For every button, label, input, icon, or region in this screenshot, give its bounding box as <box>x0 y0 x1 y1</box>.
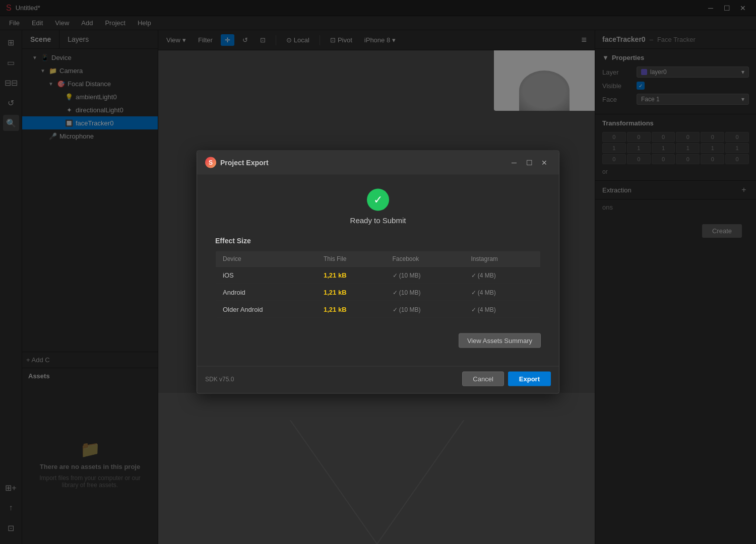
ig-check-android: ✓ <box>471 289 476 296</box>
modal-close-button[interactable]: ✕ <box>538 156 551 169</box>
modal-title-area: S Project Export <box>205 157 269 168</box>
size-older-android: 1,21 kB <box>317 301 386 318</box>
footer-buttons: Cancel Export <box>462 372 551 386</box>
view-assets-summary-button[interactable]: View Assets Summary <box>459 333 541 348</box>
device-ios: iOS <box>216 266 317 284</box>
size-table: Device This File Facebook Instagram iOS … <box>215 251 541 318</box>
modal-logo-letter: S <box>209 159 213 166</box>
check-mark-icon: ✓ <box>373 193 383 207</box>
modal-footer: SDK v75.0 Cancel Export <box>197 366 559 393</box>
device-android: Android <box>216 284 317 301</box>
modal-minimize-button[interactable]: ─ <box>508 156 521 169</box>
col-this-file: This File <box>317 251 386 266</box>
sdk-version-label: SDK v75.0 <box>205 375 234 382</box>
col-device: Device <box>216 251 317 266</box>
modal-logo: S <box>205 157 216 168</box>
ig-check-older-android: ✓ <box>471 306 476 313</box>
table-header-row: Device This File Facebook Instagram <box>216 251 541 266</box>
assets-summary-container: View Assets Summary <box>215 325 541 348</box>
table-row-ios: iOS 1,21 kB ✓ (10 MB) ✓ (4 MB) <box>216 266 541 284</box>
fb-check-ios: ✓ <box>393 271 398 279</box>
table-row-older-android: Older Android 1,21 kB ✓ (10 MB) ✓ (4 MB) <box>216 301 541 318</box>
modal-controls: ─ ☐ ✕ <box>508 156 551 169</box>
fb-android: ✓ (10 MB) <box>386 284 464 301</box>
size-android: 1,21 kB <box>317 284 386 301</box>
ig-android: ✓ (4 MB) <box>464 284 541 301</box>
cancel-button[interactable]: Cancel <box>462 372 503 386</box>
effect-size-title: Effect Size <box>215 237 541 245</box>
modal-title: Project Export <box>220 159 269 167</box>
col-instagram: Instagram <box>464 251 541 266</box>
modal-body: ✓ Ready to Submit Effect Size Device Thi… <box>197 175 559 362</box>
table-row-android: Android 1,21 kB ✓ (10 MB) ✓ (4 MB) <box>216 284 541 301</box>
size-ios: 1,21 kB <box>317 266 386 284</box>
modal-header: S Project Export ─ ☐ ✕ <box>197 151 559 175</box>
device-older-android: Older Android <box>216 301 317 318</box>
modal-maximize-button[interactable]: ☐ <box>523 156 536 169</box>
ig-check-ios: ✓ <box>471 271 476 279</box>
fb-check-android: ✓ <box>393 289 398 296</box>
export-button[interactable]: Export <box>508 372 551 386</box>
fb-ios: ✓ (10 MB) <box>386 266 464 284</box>
col-facebook: Facebook <box>386 251 464 266</box>
ig-ios: ✓ (4 MB) <box>464 266 541 284</box>
fb-check-older-android: ✓ <box>393 306 398 313</box>
status-check-icon: ✓ <box>367 189 389 211</box>
ig-older-android: ✓ (4 MB) <box>464 301 541 318</box>
project-export-modal: S Project Export ─ ☐ ✕ ✓ Ready to Submit… <box>197 151 559 394</box>
status-text: Ready to Submit <box>350 216 406 225</box>
modal-status: ✓ Ready to Submit <box>215 189 541 225</box>
fb-older-android: ✓ (10 MB) <box>386 301 464 318</box>
